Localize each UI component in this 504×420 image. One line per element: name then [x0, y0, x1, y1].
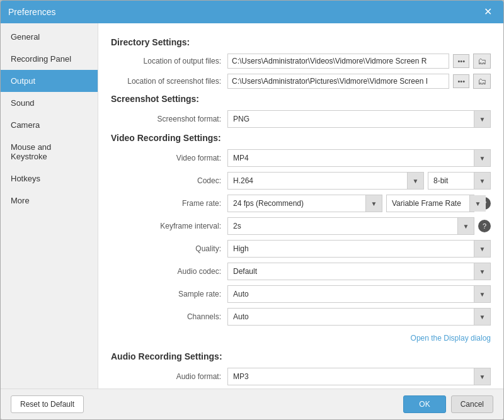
sidebar-item-hotkeys[interactable]: Hotkeys	[1, 167, 98, 190]
output-path-row: Location of output files: C:\Users\Admin…	[111, 54, 491, 69]
screenshot-path-dots-button[interactable]: •••	[453, 74, 469, 88]
keyframe-select[interactable]: 2s1s3s5s	[228, 219, 457, 233]
audio-format-label: Audio format:	[111, 372, 227, 381]
quality-row: Quality: HighMediumLow ▼	[111, 240, 491, 258]
keyframe-arrow: ▼	[457, 218, 474, 234]
video-format-row: Video format: MP4MOVAVIWMV ▼	[111, 149, 491, 167]
sample-rate-select[interactable]: Auto44100 Hz48000 Hz	[228, 287, 474, 301]
video-format-arrow: ▼	[474, 150, 490, 166]
screenshot-format-select[interactable]: PNG JPG BMP GIF	[228, 112, 474, 126]
audio-format-arrow: ▼	[474, 368, 490, 385]
output-path-folder-button[interactable]: 🗂	[473, 54, 491, 69]
quality-arrow: ▼	[474, 241, 490, 257]
sidebar-item-output[interactable]: Output	[1, 70, 98, 92]
sidebar-item-mouse-keystroke[interactable]: Mouse and Keystroke	[1, 136, 98, 167]
sample-rate-arrow: ▼	[474, 286, 490, 302]
audio-codec-row: Audio codec: DefaultAACMP3 ▼	[111, 263, 491, 280]
sidebar-item-general[interactable]: General	[1, 26, 98, 48]
video-format-label: Video format:	[111, 154, 227, 162]
codec-arrow: ▼	[407, 173, 423, 189]
codec-select[interactable]: H.264H.265VP8	[228, 174, 407, 188]
vfr-select[interactable]: Variable Frame RateConstant Frame Rate	[387, 196, 469, 210]
keyframe-row: Keyframe interval: 2s1s3s5s ▼ ?	[111, 217, 491, 235]
screenshot-format-label: Screenshot format:	[111, 115, 227, 123]
sidebar-item-recording-panel[interactable]: Recording Panel	[1, 48, 98, 70]
audio-format-row: Audio format: MP3AACWMAFLAC ▼	[111, 368, 491, 385]
channels-arrow: ▼	[474, 309, 490, 325]
sidebar: General Recording Panel Output Sound Cam…	[1, 23, 98, 389]
channels-label: Channels:	[111, 312, 227, 321]
framerate-row: Frame rate: 24 fps (Recommend)30 fps60 f…	[111, 195, 491, 212]
video-codec-label: Codec:	[111, 176, 227, 185]
quality-select[interactable]: HighMediumLow	[228, 242, 474, 256]
codec-select-container: H.264H.265VP8 ▼	[227, 172, 424, 190]
footer: Reset to Default OK Cancel	[1, 389, 503, 419]
sidebar-item-sound[interactable]: Sound	[1, 92, 98, 114]
screenshot-path-label: Location of screenshot files:	[111, 77, 227, 86]
bitdepth-select[interactable]: 8-bit10-bit	[428, 174, 474, 188]
keyframe-help-button[interactable]: ?	[478, 220, 491, 232]
audio-section-title: Audio Recording Settings:	[111, 351, 491, 361]
screenshot-format-row: Screenshot format: PNG JPG BMP GIF ▼	[111, 110, 491, 128]
framerate-select-container: 24 fps (Recommend)30 fps60 fps ▼	[227, 195, 382, 212]
screenshot-path-row: Location of screenshot files: C:\Users\A…	[111, 74, 491, 89]
folder-icon-2: 🗂	[478, 76, 486, 86]
display-dialog-link[interactable]: Open the Display dialog	[411, 334, 491, 343]
folder-icon: 🗂	[478, 56, 486, 66]
audio-codec-arrow: ▼	[474, 263, 490, 280]
framerate-label: Frame rate:	[111, 199, 227, 208]
close-button[interactable]: ✕	[480, 6, 496, 18]
content-area: General Recording Panel Output Sound Cam…	[1, 23, 503, 389]
audio-format-select[interactable]: MP3AACWMAFLAC	[228, 370, 474, 383]
channels-select[interactable]: AutoMonoStereo	[228, 310, 474, 324]
main-content: Directory Settings: Location of output f…	[98, 23, 503, 389]
screenshot-path-folder-button[interactable]: 🗂	[473, 74, 491, 89]
sidebar-item-more[interactable]: More	[1, 190, 98, 212]
output-path-label: Location of output files:	[111, 57, 227, 65]
ok-button[interactable]: OK	[403, 395, 445, 413]
screenshot-path-controls: C:\Users\Administrator\Pictures\Vidmore\…	[227, 74, 491, 89]
output-path-input[interactable]: C:\Users\Administrator\Videos\Vidmore\Vi…	[227, 54, 449, 69]
sample-rate-row: Sample rate: Auto44100 Hz48000 Hz ▼	[111, 285, 491, 303]
video-section-title: Video Recording Settings:	[111, 133, 491, 143]
output-path-dots-button[interactable]: •••	[453, 54, 469, 68]
channels-row: Channels: AutoMonoStereo ▼	[111, 308, 491, 326]
video-format-select-container: MP4MOVAVIWMV ▼	[227, 149, 491, 167]
screenshot-format-arrow: ▼	[474, 111, 490, 127]
framerate-arrow: ▼	[365, 195, 382, 212]
quality-label: Quality:	[111, 244, 227, 253]
framerate-select[interactable]: 24 fps (Recommend)30 fps60 fps	[228, 196, 365, 210]
vfr-select-container: Variable Frame RateConstant Frame Rate ▼	[386, 195, 474, 212]
quality-select-container: HighMediumLow ▼	[227, 240, 491, 258]
reset-to-default-button[interactable]: Reset to Default	[11, 395, 84, 413]
screenshot-format-select-container: PNG JPG BMP GIF ▼	[227, 110, 491, 128]
screenshot-section-title: Screenshot Settings:	[111, 94, 491, 104]
bitdepth-select-container: 8-bit10-bit ▼	[428, 172, 491, 190]
channels-select-container: AutoMonoStereo ▼	[227, 308, 491, 326]
dialog-title: Preferences	[8, 7, 55, 17]
directory-section-title: Directory Settings:	[111, 37, 491, 47]
audio-codec-label: Audio codec:	[111, 267, 227, 276]
display-link-row: Open the Display dialog	[111, 331, 491, 346]
preferences-dialog: Preferences ✕ General Recording Panel Ou…	[0, 0, 504, 420]
title-bar: Preferences ✕	[1, 1, 503, 23]
screenshot-format-controls: PNG JPG BMP GIF ▼	[227, 110, 491, 128]
footer-right: OK Cancel	[403, 395, 493, 413]
sidebar-item-camera[interactable]: Camera	[1, 114, 98, 136]
cancel-button[interactable]: Cancel	[451, 395, 493, 413]
video-format-select[interactable]: MP4MOVAVIWMV	[228, 151, 474, 165]
bitdepth-arrow: ▼	[474, 173, 490, 189]
video-codec-row: Codec: H.264H.265VP8 ▼ 8-bit10-bit ▼	[111, 172, 491, 190]
audio-codec-select-container: DefaultAACMP3 ▼	[227, 263, 491, 280]
sample-rate-label: Sample rate:	[111, 290, 227, 298]
screenshot-path-input[interactable]: C:\Users\Administrator\Pictures\Vidmore\…	[227, 74, 449, 89]
output-path-controls: C:\Users\Administrator\Videos\Vidmore\Vi…	[227, 54, 491, 69]
sample-rate-select-container: Auto44100 Hz48000 Hz ▼	[227, 285, 491, 303]
vfr-arrow: ▼	[469, 195, 486, 212]
keyframe-label: Keyframe interval:	[111, 222, 227, 230]
audio-codec-select[interactable]: DefaultAACMP3	[228, 264, 474, 278]
keyframe-select-container: 2s1s3s5s ▼	[227, 217, 474, 235]
audio-format-select-container: MP3AACWMAFLAC ▼	[227, 368, 491, 385]
